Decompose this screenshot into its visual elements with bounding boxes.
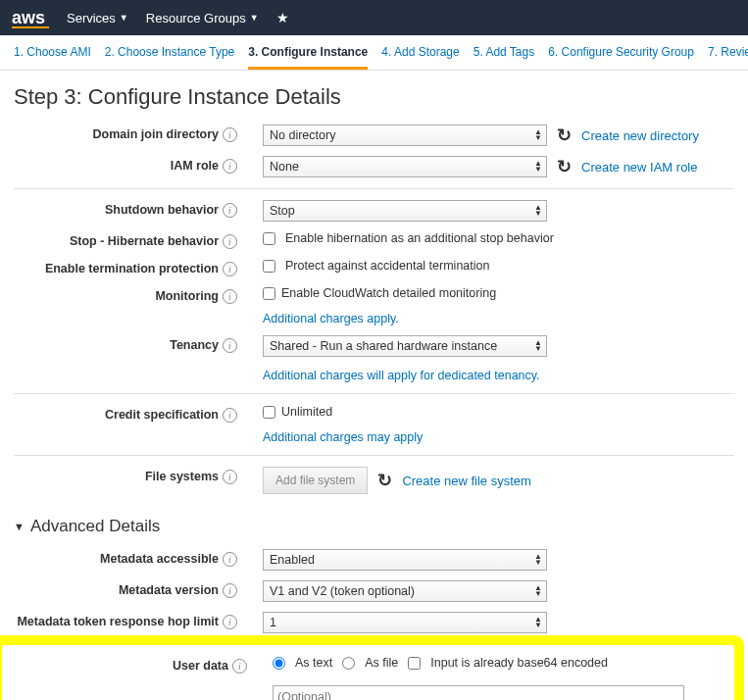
radio-label: As file: [365, 656, 398, 670]
select-arrows-icon: ▲▼: [534, 617, 542, 628]
highlight-annotation: User datai As text As file Input is alre…: [0, 635, 744, 700]
nav-services[interactable]: Services ▼: [67, 11, 128, 25]
select-value: 1: [270, 616, 276, 629]
row-domain-join: Domain join directoryi No directory ▲▼ ↻…: [14, 120, 734, 151]
nav-resource-groups[interactable]: Resource Groups ▼: [146, 11, 259, 25]
row-termination: Enable termination protectioni Protect a…: [14, 254, 734, 281]
wizard-tabs: 1. Choose AMI 2. Choose Instance Type 3.…: [0, 35, 748, 71]
tab-review[interactable]: 7. Review: [708, 45, 748, 70]
checkbox-label: Protect against accidental termination: [285, 259, 489, 273]
tab-add-tags[interactable]: 5. Add Tags: [474, 45, 535, 70]
row-filesystems: File systemsi Add file system ↻ Create n…: [14, 462, 734, 499]
link-credit-charges[interactable]: Additional charges may apply: [263, 430, 423, 444]
checkbox-label: Input is already base64 encoded: [430, 656, 608, 670]
label-metadata-version: Metadata versioni: [14, 580, 243, 598]
tab-security-group[interactable]: 6. Configure Security Group: [548, 45, 694, 70]
nav-resource-groups-label: Resource Groups: [146, 11, 246, 25]
tab-add-storage[interactable]: 4. Add Storage: [381, 45, 459, 70]
pin-icon[interactable]: ★: [276, 10, 289, 25]
select-arrows-icon: ▲▼: [534, 585, 542, 597]
info-icon[interactable]: i: [223, 338, 237, 353]
refresh-icon[interactable]: ↻: [557, 156, 572, 177]
select-value: None: [270, 160, 299, 174]
row-iam-role: IAM rolei None ▲▼ ↻ Create new IAM role: [14, 151, 734, 182]
chevron-down-icon: ▼: [120, 13, 128, 23]
info-icon[interactable]: i: [223, 408, 237, 423]
aws-logo[interactable]: aws: [12, 8, 49, 28]
info-icon[interactable]: i: [223, 615, 237, 629]
label-domain-join: Domain join directoryi: [14, 125, 243, 142]
link-monitoring-charges[interactable]: Additional charges apply.: [263, 312, 399, 325]
select-domain-join[interactable]: No directory ▲▼: [263, 125, 547, 146]
info-icon[interactable]: i: [223, 234, 237, 249]
info-icon[interactable]: i: [223, 127, 237, 142]
checkbox-label: Enable hibernation as an additional stop…: [285, 231, 554, 245]
select-arrows-icon: ▲▼: [534, 129, 542, 141]
link-create-iam-role[interactable]: Create new IAM role: [581, 160, 698, 175]
label-metadata-accessible: Metadata accessiblei: [14, 549, 243, 567]
row-monitoring: Monitoringi Enable CloudWatch detailed m…: [14, 281, 734, 330]
refresh-icon[interactable]: ↻: [377, 470, 392, 491]
info-icon[interactable]: i: [223, 470, 237, 484]
select-value: Enabled: [270, 553, 315, 567]
label-monitoring: Monitoringi: [14, 286, 243, 304]
label-filesystems: File systemsi: [14, 467, 243, 484]
checkbox-base64[interactable]: [408, 657, 421, 670]
refresh-icon[interactable]: ↻: [557, 125, 572, 146]
label-termination: Enable termination protectioni: [14, 259, 243, 276]
select-arrows-icon: ▲▼: [534, 554, 542, 566]
radio-as-text[interactable]: [273, 657, 285, 670]
select-tenancy[interactable]: Shared - Run a shared hardware instance …: [263, 335, 547, 357]
info-icon[interactable]: i: [223, 262, 237, 276]
radio-label: As text: [295, 656, 332, 670]
checkbox-termination[interactable]: [263, 260, 275, 273]
advanced-details-toggle[interactable]: ▼ Advanced Details: [14, 517, 734, 536]
info-icon[interactable]: i: [232, 659, 247, 674]
info-icon[interactable]: i: [223, 203, 237, 218]
checkbox-label: Enable CloudWatch detailed monitoring: [281, 286, 496, 300]
tab-choose-instance-type[interactable]: 2. Choose Instance Type: [105, 45, 235, 70]
header-bar: aws Services ▼ Resource Groups ▼ ★: [0, 0, 748, 35]
caret-down-icon: ▼: [14, 521, 25, 532]
link-tenancy-charges[interactable]: Additional charges will apply for dedica…: [263, 369, 540, 382]
row-user-data: User datai As text As file Input is alre…: [2, 651, 734, 700]
label-user-data: User datai: [2, 656, 253, 674]
textarea-user-data[interactable]: [273, 685, 684, 700]
link-create-filesystem[interactable]: Create new file system: [402, 474, 531, 488]
checkbox-credit[interactable]: [263, 406, 275, 419]
select-value: V1 and V2 (token optional): [270, 584, 415, 598]
tab-choose-ami[interactable]: 1. Choose AMI: [14, 45, 91, 70]
main-content: Step 3: Configure Instance Details Domai…: [0, 71, 748, 700]
info-icon[interactable]: i: [223, 159, 237, 174]
label-tenancy: Tenancyi: [14, 335, 243, 353]
checkbox-monitoring[interactable]: [263, 287, 275, 300]
info-icon[interactable]: i: [223, 552, 237, 567]
label-iam-role: IAM rolei: [14, 156, 243, 174]
select-iam-role[interactable]: None ▲▼: [263, 156, 547, 177]
select-shutdown[interactable]: Stop ▲▼: [263, 200, 547, 222]
select-value: Shared - Run a shared hardware instance: [270, 339, 497, 353]
label-shutdown: Shutdown behaviori: [14, 200, 243, 218]
select-value: Stop: [270, 204, 295, 218]
row-tenancy: Tenancyi Shared - Run a shared hardware …: [14, 330, 734, 387]
label-credit: Credit specificationi: [14, 405, 243, 423]
select-arrows-icon: ▲▼: [534, 205, 542, 217]
link-create-directory[interactable]: Create new directory: [581, 128, 699, 143]
row-hibernate: Stop - Hibernate behaviori Enable hibern…: [14, 226, 734, 254]
add-file-system-button[interactable]: Add file system: [263, 467, 368, 494]
tab-configure-instance[interactable]: 3. Configure Instance: [248, 45, 368, 70]
select-value: No directory: [270, 128, 335, 142]
info-icon[interactable]: i: [223, 289, 237, 304]
row-metadata-accessible: Metadata accessiblei Enabled ▲▼: [14, 544, 734, 575]
checkbox-label: Unlimited: [281, 405, 332, 419]
checkbox-hibernate[interactable]: [263, 232, 275, 245]
row-metadata-version: Metadata versioni V1 and V2 (token optio…: [14, 575, 734, 607]
row-hop-limit: Metadata token response hop limiti 1 ▲▼: [14, 607, 734, 638]
select-hop-limit[interactable]: 1 ▲▼: [263, 612, 547, 633]
select-arrows-icon: ▲▼: [534, 161, 542, 173]
radio-as-file[interactable]: [342, 657, 355, 670]
info-icon[interactable]: i: [223, 583, 237, 598]
select-metadata-version[interactable]: V1 and V2 (token optional) ▲▼: [263, 580, 547, 602]
row-shutdown: Shutdown behaviori Stop ▲▼: [14, 195, 734, 226]
select-metadata-accessible[interactable]: Enabled ▲▼: [263, 549, 547, 571]
